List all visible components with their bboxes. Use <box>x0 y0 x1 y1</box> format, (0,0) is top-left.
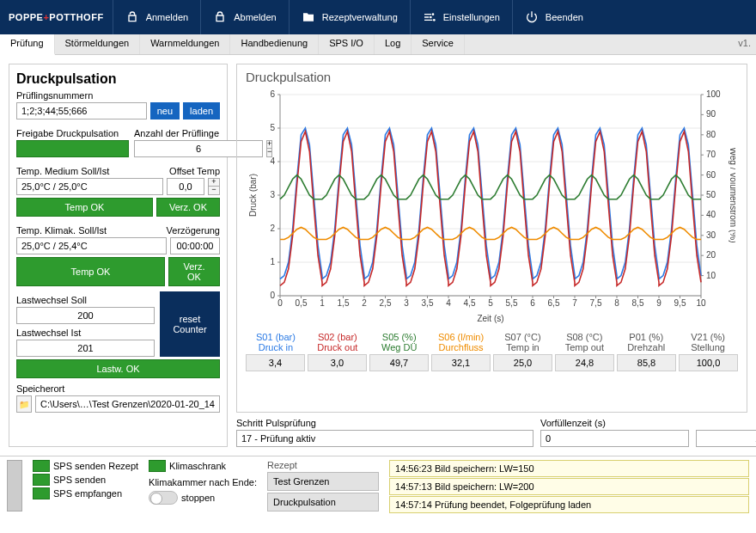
prefill-set-input[interactable] <box>696 430 756 447</box>
svg-text:6: 6 <box>530 298 535 308</box>
svg-text:3: 3 <box>270 190 275 199</box>
verz-ok-2-button[interactable]: Verz. OK <box>168 257 220 286</box>
svg-text:2: 2 <box>362 298 367 308</box>
lw-soll-input[interactable] <box>16 307 155 324</box>
svg-text:4: 4 <box>446 298 451 308</box>
top-nav: Anmelden Abmelden Rezeptverwaltung Einst… <box>113 0 756 34</box>
svg-text:3: 3 <box>404 298 409 308</box>
svg-text:6,5: 6,5 <box>548 298 560 308</box>
svg-text:7,5: 7,5 <box>590 298 602 308</box>
tab-warn[interactable]: Warnmeldungen <box>140 34 230 54</box>
lw-ist-input[interactable] <box>16 340 155 357</box>
chart-panel: Druckpulsation 0123456102030405060708090… <box>236 64 747 447</box>
legend-item: S06 (l/min)Durchfluss <box>431 332 491 352</box>
status-led-main <box>7 460 22 512</box>
load-button[interactable]: laden <box>183 102 220 119</box>
tab-sps[interactable]: SPS I/O <box>319 34 375 54</box>
control-panel: Druckpulsation Prüflingsnummern neu lade… <box>9 64 228 447</box>
new-button[interactable]: neu <box>150 102 180 119</box>
folder-open-icon[interactable]: 📁 <box>16 395 32 413</box>
release-button[interactable] <box>16 140 129 157</box>
unlock-icon <box>125 10 139 24</box>
prefill-input[interactable] <box>540 430 689 447</box>
temp-klim-label: Temp. Klimak. Soll/Ist <box>16 225 107 236</box>
svg-text:0: 0 <box>277 298 283 308</box>
nav-login-label: Anmelden <box>146 12 189 22</box>
delay-input[interactable] <box>170 237 220 254</box>
value-box: 85,8 <box>617 354 676 371</box>
prefill-label: Vorfüllenzeit (s) <box>540 418 689 428</box>
top-bar: POPPE+POTTHOFF Anmelden Abmelden Rezeptv… <box>0 0 756 34</box>
svg-text:1,5: 1,5 <box>338 298 350 308</box>
tab-pruefung[interactable]: Prüfung <box>0 34 55 55</box>
led-sps-recv-label: SPS empfangen <box>53 488 122 499</box>
led-klima-label: Klimaschrank <box>169 461 226 471</box>
offset-input[interactable] <box>167 178 204 195</box>
tab-log[interactable]: Log <box>375 34 412 54</box>
nav-login[interactable]: Anmelden <box>113 0 201 34</box>
nav-recipes-label: Rezeptverwaltung <box>322 12 398 22</box>
svg-text:5,5: 5,5 <box>506 298 518 308</box>
temp-ok-1-button[interactable]: Temp OK <box>16 198 153 217</box>
svg-text:2,5: 2,5 <box>380 298 392 308</box>
storage-input[interactable] <box>35 395 220 413</box>
reset-counter-button[interactable]: reset Counter <box>160 291 220 357</box>
svg-text:10: 10 <box>696 298 706 308</box>
recipe-item-0[interactable]: Test Grenzen <box>267 472 379 491</box>
svg-text:1: 1 <box>320 298 325 308</box>
klima-toggle[interactable] <box>149 491 178 505</box>
klima-end-label: Klimakammer nach Ende: <box>149 477 257 487</box>
led-sps-send-label: SPS senden <box>53 475 106 485</box>
verz-ok-1-button[interactable]: Verz. OK <box>156 198 220 217</box>
value-box: 24,8 <box>555 354 614 371</box>
svg-text:3,5: 3,5 <box>422 298 434 308</box>
led-klima <box>149 460 166 472</box>
value-box: 100,0 <box>679 354 738 371</box>
tab-service[interactable]: Service <box>412 34 465 54</box>
svg-text:100: 100 <box>706 89 721 99</box>
recipe-item-1[interactable]: Druckpulsation <box>267 493 379 512</box>
nav-logout[interactable]: Abmelden <box>200 0 289 34</box>
svg-text:Zeit (s): Zeit (s) <box>477 314 503 323</box>
nav-recipes[interactable]: Rezeptverwaltung <box>289 0 410 34</box>
step-input[interactable] <box>236 430 533 447</box>
svg-text:9: 9 <box>656 298 662 308</box>
nav-exit[interactable]: Beenden <box>512 0 595 34</box>
svg-text:Weg / Volumenstrom (%): Weg / Volumenstrom (%) <box>729 148 735 243</box>
legend-item: S05 (%)Weg DÜ <box>369 332 430 352</box>
value-box: 25,0 <box>493 354 552 371</box>
version-label: v1. <box>738 38 751 48</box>
tab-hand[interactable]: Handbedienung <box>230 34 319 54</box>
svg-text:20: 20 <box>706 250 716 260</box>
value-box: 49,7 <box>369 354 429 371</box>
storage-label: Speicherort <box>16 383 220 394</box>
log-line: 14:56:23 Bild speichern: LW=150 <box>389 460 749 477</box>
svg-text:1: 1 <box>270 257 275 266</box>
nav-logout-label: Abmelden <box>234 12 277 22</box>
temp-med-input[interactable] <box>16 178 163 195</box>
specimen-input[interactable] <box>16 102 147 119</box>
legend-item: V21 (%)Stellung <box>678 332 738 352</box>
value-row: 3,43,049,732,125,024,885,8100,0 <box>246 354 738 371</box>
svg-text:Druck (bar): Druck (bar) <box>248 174 258 217</box>
nav-settings[interactable]: Einstellungen <box>410 0 512 34</box>
temp-klim-input[interactable] <box>16 237 167 254</box>
svg-text:40: 40 <box>706 210 716 219</box>
legend-item: S02 (bar)Druck out <box>308 332 368 352</box>
lw-ist-label: Lastwechsel Ist <box>16 328 155 338</box>
tab-stoer[interactable]: Störmeldungen <box>55 34 141 54</box>
value-box: 32,1 <box>431 354 491 371</box>
svg-text:0,5: 0,5 <box>296 298 308 308</box>
temp-ok-2-button[interactable]: Temp OK <box>16 257 165 286</box>
svg-text:6: 6 <box>270 89 275 99</box>
svg-text:5: 5 <box>488 298 493 308</box>
pulsation-chart: 012345610203040506070809010000,511,522,5… <box>246 86 735 327</box>
svg-text:2: 2 <box>270 224 275 233</box>
log-line: 14:57:13 Bild speichern: LW=200 <box>389 478 749 495</box>
panel-title: Druckpulsation <box>16 71 220 87</box>
led-sps-send <box>33 474 50 486</box>
lw-soll-label: Lastwechsel Soll <box>16 295 155 305</box>
offset-spinner[interactable]: +− <box>208 178 220 195</box>
svg-point-2 <box>433 19 436 21</box>
lw-ok-button[interactable]: Lastw. OK <box>16 359 220 378</box>
